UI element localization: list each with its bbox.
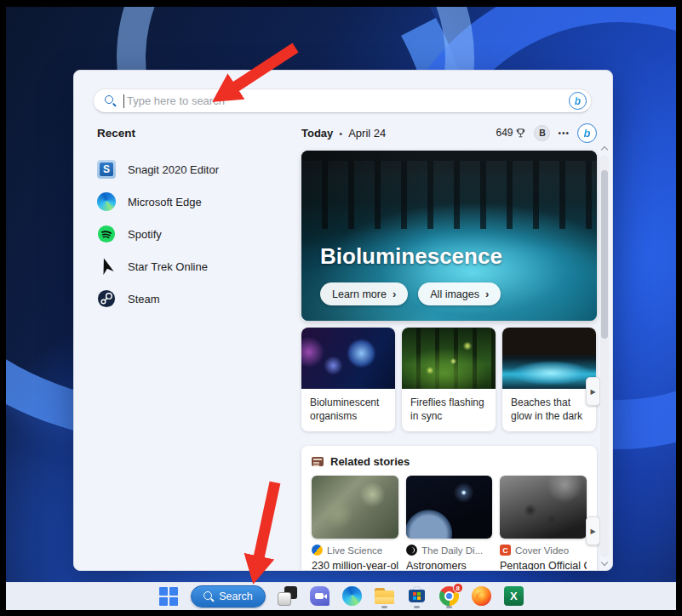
hero-title: Bioluminescence: [320, 243, 502, 270]
snagit-icon: S: [97, 160, 116, 179]
related-stories-header: Related stories: [312, 455, 587, 468]
chevron-right-icon: ›: [393, 288, 396, 300]
taskbar-icons: Search: [158, 583, 524, 610]
story-cover-video[interactable]: C Cover Video Pentagon Official Co-: [500, 476, 587, 571]
file-explorer-button[interactable]: [374, 583, 395, 609]
recent-section: Recent S Snagit 2020 Editor Microsoft Ed…: [97, 127, 293, 315]
today-label: Today: [301, 127, 333, 140]
chrome-button[interactable]: 8: [438, 583, 460, 609]
story-image: [500, 476, 587, 539]
recent-title: Recent: [97, 127, 293, 140]
spotify-icon: [97, 225, 116, 243]
learn-more-button[interactable]: Learn more ›: [320, 282, 408, 305]
bing-chat-icon[interactable]: b: [577, 123, 597, 143]
dot-separator: •: [339, 128, 342, 139]
running-indicator: [446, 606, 452, 608]
carousel-next-button[interactable]: ▶: [586, 377, 600, 406]
recent-item-steam[interactable]: Steam: [97, 282, 293, 315]
edge-button[interactable]: [341, 583, 363, 609]
panel-scrollbar[interactable]: [599, 145, 610, 567]
carousel-next-button[interactable]: ▶: [586, 516, 600, 545]
recent-item-snagit[interactable]: S Snagit 2020 Editor: [97, 153, 293, 185]
task-view-button[interactable]: [277, 583, 298, 609]
search-flyout-panel: b Recent S Snagit 2020 Editor Microsoft …: [73, 70, 613, 571]
rewards-points[interactable]: 649: [496, 127, 526, 139]
chat-icon: [309, 585, 330, 607]
taskbar: Search: [6, 582, 676, 610]
windows-desktop-screenshot: b Recent S Snagit 2020 Editor Microsoft …: [0, 0, 682, 616]
profile-badge[interactable]: B: [534, 125, 550, 141]
card-image: [502, 328, 596, 389]
firefox-button[interactable]: [471, 583, 492, 609]
edge-icon: [97, 192, 116, 211]
running-indicator: [381, 606, 387, 608]
more-options-icon[interactable]: •••: [558, 128, 570, 138]
running-indicator: [414, 606, 420, 608]
windows-logo-icon: [159, 587, 178, 606]
hero-card-bioluminescence[interactable]: Bioluminescence Learn more › All images …: [301, 151, 597, 321]
search-input-field[interactable]: [127, 94, 569, 107]
today-date-group: Today • April 24: [301, 127, 386, 140]
search-input[interactable]: b: [93, 88, 592, 113]
bing-icon[interactable]: b: [569, 92, 587, 110]
start-button[interactable]: [158, 583, 180, 609]
microsoft-store-icon: [406, 585, 427, 607]
task-view-icon: [277, 585, 298, 607]
image-card-fireflies[interactable]: Fireflies flashing in sync: [402, 328, 496, 431]
story-image: [312, 476, 398, 539]
text-caret: [123, 94, 124, 108]
hero-buttons: Learn more › All images ›: [320, 282, 501, 305]
today-actions: 649 B ••• b: [496, 123, 597, 143]
chat-button[interactable]: [309, 583, 330, 609]
recent-item-star-trek-online[interactable]: Star Trek Online: [97, 250, 293, 282]
story-source: The Daily Di...: [406, 545, 492, 556]
today-date: April 24: [348, 127, 386, 140]
news-icon: [312, 457, 324, 466]
rewards-trophy-icon: [515, 128, 526, 139]
firefox-icon: [471, 585, 492, 607]
image-card-row: Bioluminescent organisms Fireflies flash…: [301, 328, 597, 431]
story-source: C Cover Video: [500, 545, 587, 556]
search-icon: [203, 591, 214, 602]
edge-icon: [341, 585, 363, 607]
story-source: Live Science: [312, 545, 398, 556]
excel-button[interactable]: X: [503, 583, 524, 609]
scroll-up-icon[interactable]: [601, 146, 608, 153]
image-card-glowing-beaches[interactable]: Beaches that glow in the dark: [502, 328, 596, 431]
recent-item-edge[interactable]: Microsoft Edge: [97, 185, 293, 218]
taskbar-search-button[interactable]: Search: [191, 583, 266, 609]
search-row: b: [93, 88, 592, 113]
daily-digest-icon: [406, 545, 417, 556]
card-image: [402, 328, 496, 389]
chrome-icon: 8: [438, 585, 460, 607]
scroll-down-icon[interactable]: [601, 559, 608, 566]
star-trek-online-icon: [97, 257, 116, 276]
chevron-right-icon: ›: [485, 288, 489, 300]
card-image: [301, 328, 395, 389]
steam-icon: [97, 289, 116, 308]
live-science-icon: [312, 545, 323, 556]
search-icon: [105, 95, 116, 106]
related-stories-card: Related stories Live Science 230 million…: [301, 446, 597, 571]
story-row: Live Science 230 million-year-old The Da…: [312, 476, 587, 571]
story-live-science[interactable]: Live Science 230 million-year-old: [312, 476, 398, 571]
cover-video-icon: C: [500, 545, 511, 556]
scrollbar-thumb[interactable]: [601, 170, 608, 339]
microsoft-store-button[interactable]: [406, 583, 427, 609]
recent-item-spotify[interactable]: Spotify: [97, 218, 293, 250]
notification-badge: 8: [453, 583, 463, 593]
all-images-button[interactable]: All images ›: [418, 282, 501, 305]
file-explorer-icon: [374, 585, 395, 607]
story-daily-digest[interactable]: The Daily Di... Astronomers: [406, 476, 492, 571]
daily-content-column: Today • April 24 649 B •••: [301, 122, 597, 571]
today-header: Today • April 24 649 B •••: [301, 122, 597, 144]
excel-icon: X: [503, 585, 524, 607]
image-card-bioluminescent-organisms[interactable]: Bioluminescent organisms: [301, 328, 395, 431]
story-image: [406, 476, 492, 539]
scrollbar-track[interactable]: [600, 155, 609, 557]
